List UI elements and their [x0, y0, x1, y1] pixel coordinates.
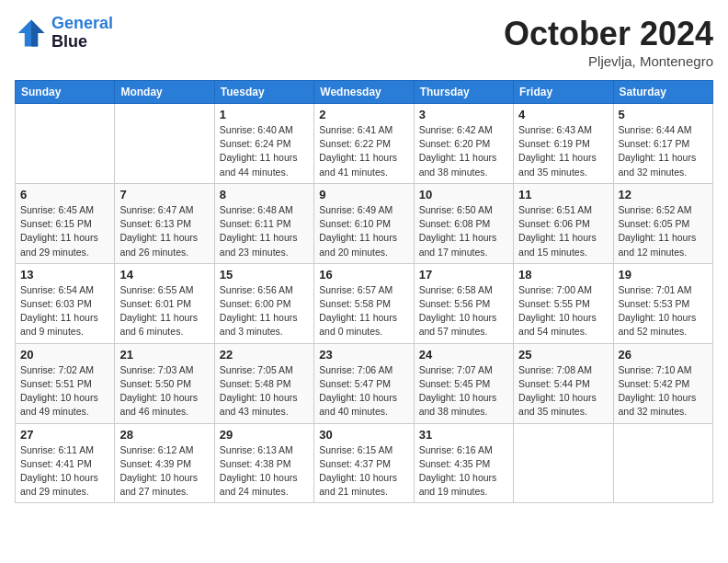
calendar-cell: 15Sunrise: 6:56 AMSunset: 6:00 PMDayligh… [214, 263, 313, 343]
daylight-text: Daylight: 11 hours and 38 minutes. [419, 152, 497, 177]
day-number: 18 [518, 268, 608, 282]
calendar-cell: 30Sunrise: 6:15 AMSunset: 4:37 PMDayligh… [314, 423, 414, 503]
sunrise-text: Sunrise: 6:49 AM [319, 204, 392, 215]
calendar-cell: 13Sunrise: 6:54 AMSunset: 6:03 PMDayligh… [16, 263, 115, 343]
calendar-cell: 8Sunrise: 6:48 AMSunset: 6:11 PMDaylight… [214, 183, 313, 263]
daylight-text: Daylight: 11 hours and 23 minutes. [220, 232, 298, 257]
day-info: Sunrise: 6:48 AMSunset: 6:11 PMDaylight:… [220, 203, 309, 259]
sunset-text: Sunset: 5:48 PM [220, 378, 291, 389]
day-info: Sunrise: 7:05 AMSunset: 5:48 PMDaylight:… [220, 363, 309, 419]
sunrise-text: Sunrise: 6:58 AM [419, 284, 493, 295]
day-info: Sunrise: 6:43 AMSunset: 6:19 PMDaylight:… [518, 123, 608, 179]
calendar-table: SundayMondayTuesdayWednesdayThursdayFrid… [15, 80, 713, 503]
sunrise-text: Sunrise: 6:55 AM [119, 284, 193, 295]
calendar-cell [613, 423, 712, 503]
sunrise-text: Sunrise: 7:08 AM [518, 364, 592, 375]
day-number: 13 [20, 268, 109, 282]
day-number: 23 [319, 348, 408, 362]
sunrise-text: Sunrise: 6:13 AM [220, 444, 293, 455]
day-number: 27 [20, 428, 109, 442]
day-info: Sunrise: 7:08 AMSunset: 5:44 PMDaylight:… [518, 363, 608, 419]
daylight-text: Daylight: 10 hours and 43 minutes. [220, 392, 298, 417]
weekday-header-wednesday: Wednesday [314, 81, 414, 104]
sunset-text: Sunset: 5:47 PM [319, 378, 391, 389]
day-info: Sunrise: 6:49 AMSunset: 6:10 PMDaylight:… [319, 203, 408, 259]
day-info: Sunrise: 6:50 AMSunset: 6:08 PMDaylight:… [419, 203, 508, 259]
page-header: General Blue October 2024 Pljevlja, Mont… [15, 15, 713, 69]
day-number: 29 [220, 428, 309, 442]
calendar-cell: 9Sunrise: 6:49 AMSunset: 6:10 PMDaylight… [314, 183, 414, 263]
weekday-header-friday: Friday [514, 81, 613, 104]
daylight-text: Daylight: 10 hours and 35 minutes. [518, 392, 597, 417]
day-info: Sunrise: 6:16 AMSunset: 4:35 PMDaylight:… [419, 443, 508, 500]
location: Pljevlja, Montenegro [504, 53, 713, 69]
day-number: 4 [518, 108, 608, 121]
sunset-text: Sunset: 4:37 PM [319, 458, 391, 469]
sunrise-text: Sunrise: 6:54 AM [20, 284, 94, 295]
daylight-text: Daylight: 11 hours and 0 minutes. [319, 312, 397, 337]
title-block: October 2024 Pljevlja, Montenegro [504, 15, 713, 69]
calendar-cell: 26Sunrise: 7:10 AMSunset: 5:42 PMDayligh… [613, 343, 712, 423]
sunrise-text: Sunrise: 6:45 AM [20, 204, 94, 215]
calendar-week-row: 1Sunrise: 6:40 AMSunset: 6:24 PMDaylight… [16, 104, 713, 184]
day-info: Sunrise: 6:56 AMSunset: 6:00 PMDaylight:… [220, 283, 309, 339]
sunset-text: Sunset: 4:41 PM [20, 458, 92, 469]
sunrise-text: Sunrise: 7:02 AM [20, 364, 94, 375]
day-number: 14 [119, 268, 209, 282]
sunset-text: Sunset: 5:56 PM [419, 298, 491, 309]
day-number: 30 [319, 428, 408, 442]
sunset-text: Sunset: 4:35 PM [419, 458, 491, 469]
weekday-header-monday: Monday [115, 81, 214, 104]
logo-icon [15, 17, 48, 50]
sunset-text: Sunset: 6:10 PM [319, 218, 391, 229]
sunset-text: Sunset: 5:58 PM [319, 298, 391, 309]
sunrise-text: Sunrise: 7:03 AM [119, 364, 193, 375]
day-number: 2 [319, 108, 408, 121]
calendar-cell: 25Sunrise: 7:08 AMSunset: 5:44 PMDayligh… [514, 343, 613, 423]
sunrise-text: Sunrise: 6:12 AM [119, 444, 193, 455]
sunset-text: Sunset: 5:55 PM [518, 298, 590, 309]
logo-line2: Blue [51, 33, 113, 52]
day-info: Sunrise: 6:54 AMSunset: 6:03 PMDaylight:… [20, 283, 109, 339]
day-number: 9 [319, 188, 408, 201]
sunset-text: Sunset: 5:45 PM [419, 378, 491, 389]
sunset-text: Sunset: 5:42 PM [619, 378, 690, 389]
day-info: Sunrise: 6:40 AMSunset: 6:24 PMDaylight:… [220, 123, 309, 179]
sunrise-text: Sunrise: 6:16 AM [419, 444, 493, 455]
calendar-cell: 19Sunrise: 7:01 AMSunset: 5:53 PMDayligh… [613, 263, 712, 343]
daylight-text: Daylight: 11 hours and 17 minutes. [419, 232, 497, 257]
day-number: 10 [419, 188, 508, 201]
sunrise-text: Sunrise: 6:42 AM [419, 124, 493, 135]
day-number: 8 [220, 188, 309, 201]
day-number: 1 [220, 108, 309, 121]
daylight-text: Daylight: 11 hours and 6 minutes. [119, 312, 198, 337]
sunset-text: Sunset: 5:51 PM [20, 378, 92, 389]
calendar-cell: 2Sunrise: 6:41 AMSunset: 6:22 PMDaylight… [314, 104, 414, 184]
sunset-text: Sunset: 6:17 PM [619, 138, 690, 149]
daylight-text: Daylight: 10 hours and 49 minutes. [20, 392, 98, 417]
calendar-cell: 31Sunrise: 6:16 AMSunset: 4:35 PMDayligh… [414, 423, 513, 503]
sunset-text: Sunset: 6:11 PM [220, 218, 291, 229]
day-number: 26 [619, 348, 708, 362]
calendar-cell: 21Sunrise: 7:03 AMSunset: 5:50 PMDayligh… [115, 343, 214, 423]
sunset-text: Sunset: 5:50 PM [119, 378, 191, 389]
calendar-cell [514, 423, 613, 503]
logo: General Blue [15, 15, 113, 52]
calendar-cell: 23Sunrise: 7:06 AMSunset: 5:47 PMDayligh… [314, 343, 414, 423]
calendar-cell: 20Sunrise: 7:02 AMSunset: 5:51 PMDayligh… [16, 343, 115, 423]
sunrise-text: Sunrise: 6:52 AM [619, 204, 692, 215]
sunrise-text: Sunrise: 6:43 AM [518, 124, 592, 135]
day-info: Sunrise: 6:11 AMSunset: 4:41 PMDaylight:… [20, 443, 109, 500]
sunset-text: Sunset: 6:00 PM [220, 298, 291, 309]
calendar-cell: 1Sunrise: 6:40 AMSunset: 6:24 PMDaylight… [214, 104, 313, 184]
day-info: Sunrise: 6:15 AMSunset: 4:37 PMDaylight:… [319, 443, 408, 500]
day-info: Sunrise: 7:03 AMSunset: 5:50 PMDaylight:… [119, 363, 209, 419]
sunset-text: Sunset: 6:19 PM [518, 138, 590, 149]
sunset-text: Sunset: 6:03 PM [20, 298, 92, 309]
sunrise-text: Sunrise: 7:10 AM [619, 364, 692, 375]
day-number: 17 [419, 268, 508, 282]
calendar-week-row: 27Sunrise: 6:11 AMSunset: 4:41 PMDayligh… [16, 423, 713, 503]
sunset-text: Sunset: 6:24 PM [220, 138, 291, 149]
sunset-text: Sunset: 4:38 PM [220, 458, 291, 469]
sunset-text: Sunset: 4:39 PM [119, 458, 191, 469]
